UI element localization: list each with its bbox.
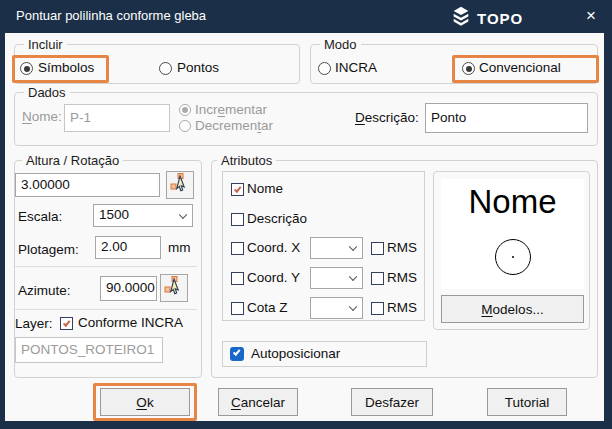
descricao-label: Descrição: [355,110,419,125]
radio-incra-label[interactable]: INCRA [335,60,377,75]
dialog-title: Pontuar polilinha conforme gleba [16,8,206,23]
altura-pick-button[interactable] [166,171,194,199]
coordy-combo[interactable] [310,267,363,289]
tutorial-button[interactable]: Tutorial [487,388,567,416]
attr-cotaz-checkbox[interactable] [231,302,244,315]
plotagem-label: Plotagem: [18,242,79,257]
layer-input[interactable]: PONTOS_ROTEIRO1 [15,337,163,363]
attr-cotaz-label[interactable]: Cota Z [247,300,288,315]
title-bar: Pontuar polilinha conforme gleba TOPO × [0,0,612,33]
close-icon[interactable]: × [580,5,602,27]
modelos-button[interactable]: Modelos... [441,295,584,323]
highlight-convencional [452,55,599,83]
cotaz-rms-checkbox[interactable] [371,302,384,315]
plotagem-input[interactable]: 2.00 [95,236,161,259]
preview-point-dot [512,256,514,258]
symbol-preview-panel: Nome Modelos... [433,171,590,330]
divider [15,309,197,310]
attr-nome-label[interactable]: Nome [247,181,283,196]
dialog-window: Pontuar polilinha conforme gleba TOPO × … [0,0,612,429]
coordx-combo[interactable] [310,237,363,259]
radio-decrementar[interactable] [179,120,191,132]
azimute-input[interactable]: 90.0000 [100,276,157,301]
attr-coordy-label[interactable]: Coord. Y [247,270,300,285]
symbol-preview: Nome [441,179,584,289]
group-dados-legend: Dados [24,85,70,100]
pick-cursor-icon [164,276,184,300]
escala-combo[interactable]: 1500 [93,204,193,227]
brand-logo: TOPO [450,5,523,31]
nome-label: Nome: [22,109,62,124]
group-incluir-legend: Incluir [24,37,67,52]
coordx-rms-checkbox[interactable] [371,242,384,255]
attr-coordx-label[interactable]: Coord. X [247,240,300,255]
nome-input[interactable]: P-1 [64,104,170,132]
cotaz-rms-label[interactable]: RMS [387,300,417,315]
descricao-input[interactable]: Ponto [425,103,588,133]
layer-label: Layer: [15,316,53,331]
highlight-ok [93,383,197,421]
plotagem-unit: mm [168,240,191,255]
attr-coordy-checkbox[interactable] [231,272,244,285]
autoposicionar-checkbox[interactable] [230,347,244,361]
group-altura-legend: Altura / Rotação [22,153,123,168]
layer-incra-checkbox-label[interactable]: Conforme INCRA [78,315,183,330]
escala-label: Escala: [18,209,62,224]
chevron-down-icon [179,210,187,218]
altura-input[interactable]: 3.00000 [15,173,160,197]
coordx-rms-label[interactable]: RMS [387,240,417,255]
cotaz-combo[interactable] [310,297,363,319]
attr-coordx-checkbox[interactable] [231,242,244,255]
cancelar-button[interactable]: Cancelar [218,388,298,416]
topo-layers-icon [450,5,472,31]
attr-nome-checkbox[interactable] [231,183,244,196]
brand-name: TOPO [477,10,523,27]
radio-incrementar[interactable] [179,104,191,116]
layer-incra-checkbox[interactable] [60,317,73,330]
azimute-pick-button[interactable] [160,274,188,302]
dialog-body: Incluir Símbolos Pontos Modo INCRA Conve… [5,33,604,421]
divider [15,266,197,267]
desfazer-button[interactable]: Desfazer [351,388,433,416]
radio-incra[interactable] [318,62,331,75]
attr-descricao-checkbox[interactable] [231,213,244,226]
chevron-down-icon [349,243,357,251]
coordy-rms-label[interactable]: RMS [387,270,417,285]
coordy-rms-checkbox[interactable] [371,272,384,285]
radio-decrementar-label: Decrementar [195,118,273,133]
radio-pontos[interactable] [159,62,172,75]
chevron-down-icon [349,303,357,311]
attr-descricao-label[interactable]: Descrição [247,211,307,226]
radio-incrementar-label: Incrementar [195,102,267,117]
pick-cursor-icon [170,173,190,197]
highlight-simbolos [12,55,109,83]
radio-pontos-label[interactable]: Pontos [177,60,219,75]
preview-nome-text: Nome [441,183,584,221]
azimute-label: Azimute: [18,283,71,298]
chevron-down-icon [349,273,357,281]
autoposicionar-label[interactable]: Autoposicionar [251,346,340,361]
group-atributos-legend: Atributos [217,153,276,168]
group-modo-legend: Modo [320,37,361,52]
